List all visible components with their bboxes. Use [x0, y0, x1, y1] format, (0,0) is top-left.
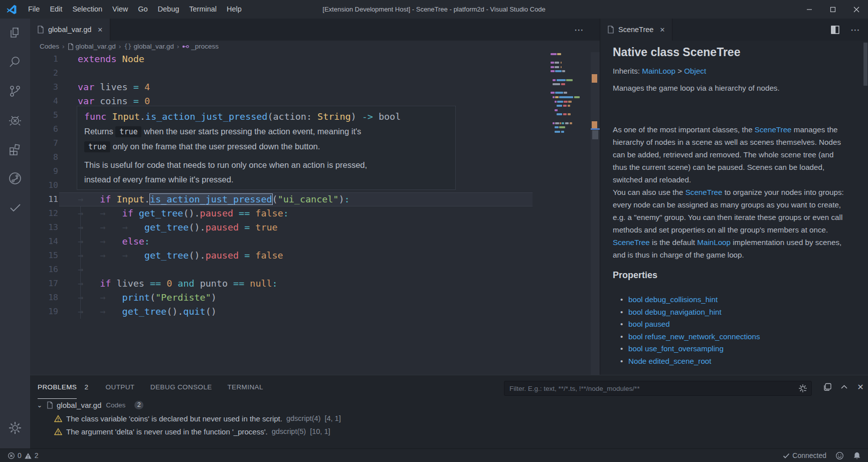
- more-actions-icon[interactable]: ⋯: [850, 24, 860, 36]
- panel-tab-output[interactable]: OUTPUT: [106, 375, 135, 399]
- doc-scrollbar-thumb[interactable]: [863, 43, 867, 86]
- minimize-icon[interactable]: [797, 0, 821, 19]
- doc-property-link[interactable]: Node edited_scene_root: [628, 357, 712, 365]
- problem-row[interactable]: The argument 'delta' is never used in th…: [30, 425, 868, 438]
- line-number[interactable]: 10: [30, 178, 58, 192]
- line-number[interactable]: 17: [30, 277, 58, 291]
- doc-link[interactable]: SceneTree: [613, 238, 650, 247]
- minimap-token: [553, 96, 555, 98]
- godot-tools-icon[interactable]: [0, 164, 30, 193]
- minimap[interactable]: [551, 53, 587, 143]
- breadcrumb-item[interactable]: Codes: [40, 43, 59, 50]
- line-number[interactable]: 19: [30, 305, 58, 319]
- filter-input[interactable]: [504, 385, 798, 392]
- doc-link[interactable]: MainLoop: [642, 67, 675, 75]
- feedback-smiley-icon[interactable]: [831, 449, 848, 462]
- line-number[interactable]: 11: [30, 192, 58, 206]
- menu-terminal[interactable]: Terminal: [184, 0, 222, 19]
- line-number[interactable]: 6: [30, 122, 58, 136]
- tab-close-icon[interactable]: ✕: [95, 25, 105, 35]
- code-line-12[interactable]: 12→→if get_tree().paused == false:: [30, 206, 600, 220]
- maximize-panel-icon[interactable]: [836, 375, 851, 399]
- chevron-down-icon[interactable]: ⌄: [35, 401, 45, 409]
- line-number[interactable]: 14: [30, 235, 58, 249]
- close-panel-icon[interactable]: ✕: [853, 375, 868, 399]
- problem-row[interactable]: The class variable 'coins' is declared b…: [30, 412, 868, 425]
- line-number[interactable]: 3: [30, 80, 58, 94]
- doc-property-link[interactable]: bool debug_collisions_hint: [628, 295, 718, 304]
- split-editor-icon[interactable]: [831, 26, 839, 34]
- doc-property-item: bool use_font_oversampling: [628, 343, 760, 355]
- checklist-icon[interactable]: [0, 193, 30, 222]
- doc-link[interactable]: MainLoop: [697, 238, 731, 247]
- tab-scenetree[interactable]: SceneTree ✕: [600, 19, 672, 41]
- minimap-line: [551, 131, 587, 133]
- doc-property-link[interactable]: bool debug_navigation_hint: [628, 308, 722, 316]
- menu-help[interactable]: Help: [222, 0, 247, 19]
- tab-close-icon[interactable]: ✕: [657, 25, 667, 35]
- code-token: else: [122, 236, 144, 247]
- breadcrumb-item[interactable]: {}global_var.gd: [124, 43, 173, 50]
- line-number[interactable]: 5: [30, 108, 58, 122]
- doc-link[interactable]: Object: [684, 67, 706, 75]
- group-by-icon[interactable]: [820, 375, 835, 399]
- line-number[interactable]: 8: [30, 150, 58, 164]
- code-line-2[interactable]: 2: [30, 66, 600, 80]
- line-number[interactable]: 12: [30, 206, 58, 220]
- problems-group-row[interactable]: ⌄global_var.gdCodes2: [30, 399, 868, 411]
- filter-icon[interactable]: [798, 384, 807, 393]
- explorer-icon[interactable]: [0, 19, 30, 48]
- line-number[interactable]: 13: [30, 220, 58, 235]
- line-number[interactable]: 16: [30, 263, 58, 277]
- manage-gear-icon[interactable]: [0, 413, 30, 442]
- code-line-1[interactable]: 1extends Node: [30, 52, 600, 66]
- code-editor[interactable]: 1extends Node23var lives = 44var coins =…: [30, 52, 600, 375]
- maximize-icon[interactable]: [821, 0, 844, 19]
- line-number[interactable]: 9: [30, 164, 58, 178]
- line-number[interactable]: 1: [30, 52, 58, 66]
- code-line-16[interactable]: 16→: [30, 263, 600, 277]
- menu-selection[interactable]: Selection: [67, 0, 107, 19]
- editor-scrollbar-thumb[interactable]: [592, 130, 598, 139]
- notifications-bell-icon[interactable]: [848, 449, 868, 462]
- problems-status[interactable]: 0 2: [7, 449, 40, 462]
- menu-debug[interactable]: Debug: [153, 0, 185, 19]
- breadcrumb-item[interactable]: _process: [182, 43, 219, 50]
- doc-property-link[interactable]: bool refuse_new_network_connections: [628, 332, 760, 341]
- code-line-11[interactable]: 11→if Input.is_action_just_pressed("ui_c…: [30, 192, 600, 206]
- more-actions-icon[interactable]: ⋯: [574, 24, 584, 36]
- panel-tab-terminal[interactable]: TERMINAL: [227, 375, 263, 399]
- connection-label: Connected: [792, 451, 826, 459]
- menu-view[interactable]: View: [107, 0, 133, 19]
- menu-file[interactable]: File: [23, 0, 45, 19]
- code-line-19[interactable]: 19→→get_tree().quit(): [30, 305, 600, 319]
- code-line-14[interactable]: 14→→else:: [30, 235, 600, 249]
- code-line-3[interactable]: 3var lives = 4: [30, 80, 600, 94]
- menu-go[interactable]: Go: [133, 0, 152, 19]
- extensions-icon[interactable]: [0, 135, 30, 164]
- line-number[interactable]: 18: [30, 291, 58, 305]
- source-control-icon[interactable]: [0, 77, 30, 106]
- doc-link[interactable]: SceneTree: [685, 188, 723, 196]
- debug-icon[interactable]: [0, 106, 30, 135]
- close-icon[interactable]: [844, 0, 868, 19]
- doc-link[interactable]: SceneTree: [755, 125, 792, 134]
- warning-marker: [592, 74, 597, 83]
- doc-property-link[interactable]: bool use_font_oversampling: [628, 344, 724, 353]
- line-number[interactable]: 7: [30, 136, 58, 150]
- breadcrumb-item[interactable]: global_var.gd: [68, 43, 116, 50]
- search-icon[interactable]: [0, 48, 30, 77]
- code-line-13[interactable]: 13→→→get_tree().paused = true: [30, 220, 600, 235]
- code-line-15[interactable]: 15→→→get_tree().paused = false: [30, 249, 600, 263]
- panel-tab-debug-console[interactable]: DEBUG CONSOLE: [150, 375, 212, 399]
- tab-global-var[interactable]: global_var.gd ✕: [30, 19, 110, 41]
- line-number[interactable]: 15: [30, 249, 58, 263]
- code-line-17[interactable]: 17→if lives == 0 and punto == null:: [30, 277, 600, 291]
- code-line-18[interactable]: 18→→print("Perdiste"): [30, 291, 600, 305]
- line-number[interactable]: 4: [30, 94, 58, 108]
- doc-property-link[interactable]: bool paused: [628, 320, 670, 328]
- connection-status[interactable]: Connected: [778, 449, 831, 462]
- menu-edit[interactable]: Edit: [45, 0, 67, 19]
- panel-tab-problems[interactable]: PROBLEMS: [38, 375, 77, 399]
- line-number[interactable]: 2: [30, 66, 58, 80]
